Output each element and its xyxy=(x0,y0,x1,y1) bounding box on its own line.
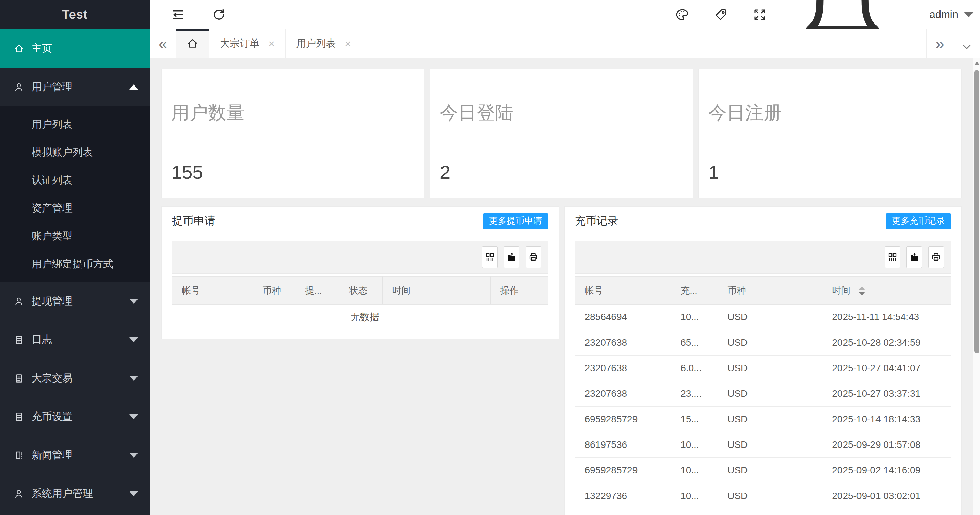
cell-currency: USD xyxy=(718,458,822,483)
tab-label: 用户列表 xyxy=(296,37,336,50)
refresh-icon[interactable] xyxy=(212,8,226,22)
table-row: 6959285729 10... USD 2025-09-02 14:16:09 xyxy=(575,458,951,483)
sidebar-subitem-bind-withdraw[interactable]: 用户绑定提币方式 xyxy=(0,250,150,278)
stat-card-today-signups: 今日注册 1 xyxy=(698,69,962,198)
col-account: 帐号 xyxy=(172,277,253,305)
sidebar-subitem-assets[interactable]: 资产管理 xyxy=(0,194,150,222)
sidebar-item-label: 系统用户管理 xyxy=(32,487,93,501)
subitem-label: 资产管理 xyxy=(32,201,73,215)
empty-row: 无数据 xyxy=(172,305,548,330)
sidebar-item-label: 主页 xyxy=(32,41,52,56)
col-status: 状态 xyxy=(339,277,383,305)
cell-currency: USD xyxy=(718,330,822,356)
print-icon xyxy=(528,252,539,262)
col-currency: 币种 xyxy=(253,277,296,305)
scrollbar-up-button[interactable] xyxy=(974,61,980,65)
tabs-scroll-left-button[interactable]: « xyxy=(150,29,176,57)
columns-filter-button[interactable] xyxy=(885,246,900,268)
more-withdraw-requests-button[interactable]: 更多提币申请 xyxy=(483,213,548,229)
sidebar-item-deposit-settings[interactable]: 充币设置 xyxy=(0,397,150,436)
export-button[interactable] xyxy=(907,246,922,268)
subitem-label: 用户列表 xyxy=(32,118,73,131)
cell-amount: 15... xyxy=(671,407,718,432)
scrollbar-thumb[interactable] xyxy=(974,70,979,353)
table-row: 23207638 65... USD 2025-10-28 02:34:59 xyxy=(575,330,951,356)
cell-amount: 10... xyxy=(671,432,718,458)
caret-down-icon xyxy=(964,11,974,18)
table-row: 13229736 10... USD 2025-09-01 03:02:01 xyxy=(575,483,951,509)
more-deposit-records-button[interactable]: 更多充币记录 xyxy=(886,213,951,229)
tab-user-list[interactable]: 用户列表 × xyxy=(286,29,362,57)
sidebar-subitem-auth-list[interactable]: 认证列表 xyxy=(0,166,150,194)
tabs-scroll-right-button[interactable]: » xyxy=(926,29,953,57)
sidebar-item-withdraw-mgmt[interactable]: 提现管理 xyxy=(0,282,150,320)
deposit-records-panel: 充币记录 更多充币记录 xyxy=(565,206,962,515)
table-row: 6959285729 15... USD 2025-10-14 18:14:33 xyxy=(575,407,951,432)
sidebar-item-block-trade[interactable]: 大宗交易 xyxy=(0,359,150,397)
cell-amount: 6.0... xyxy=(671,356,718,381)
app-brand: Test xyxy=(0,0,150,29)
sidebar-item-system-users[interactable]: 系统用户管理 xyxy=(0,475,150,513)
sidebar-item-label: 日志 xyxy=(32,333,52,347)
cell-time: 2025-11-11 14:54:43 xyxy=(822,305,951,330)
stat-card-today-logins: 今日登陆 2 xyxy=(430,69,693,198)
document-icon xyxy=(14,335,24,345)
sidebar-item-news-mgmt[interactable]: 新闻管理 xyxy=(0,436,150,475)
sidebar-subitem-user-list[interactable]: 用户列表 xyxy=(0,110,150,138)
subitem-label: 用户绑定提币方式 xyxy=(32,257,113,271)
chevron-down-icon xyxy=(961,38,972,49)
empty-text: 无数据 xyxy=(172,305,548,330)
table-header-row: 帐号 充... 币种 时间 xyxy=(575,277,951,305)
chevron-down-icon xyxy=(129,337,138,342)
tag-icon[interactable] xyxy=(714,8,728,22)
cell-amount: 10... xyxy=(671,458,718,483)
user-menu[interactable]: admin xyxy=(930,8,974,21)
col-time-sortable[interactable]: 时间 xyxy=(822,277,951,305)
palette-icon[interactable] xyxy=(675,8,689,22)
close-icon[interactable]: × xyxy=(268,38,275,49)
panel-title: 提币申请 xyxy=(172,214,215,228)
sidebar-item-home[interactable]: 主页 xyxy=(0,29,150,68)
export-button[interactable] xyxy=(504,246,519,268)
sidebar-subitem-account-types[interactable]: 账户类型 xyxy=(0,222,150,250)
tabs-menu-button[interactable] xyxy=(953,29,980,57)
sidebar-item-user-mgmt[interactable]: 用户管理 xyxy=(0,68,150,106)
cell-currency: USD xyxy=(718,483,822,509)
cell-time: 2025-09-02 14:16:09 xyxy=(822,458,951,483)
sort-icon[interactable] xyxy=(859,287,865,295)
fullscreen-icon[interactable] xyxy=(752,8,767,22)
deposit-table: 帐号 充... 币种 时间 28564694 10... xyxy=(575,276,951,509)
cell-amount: 10... xyxy=(671,483,718,509)
close-icon[interactable]: × xyxy=(344,38,351,49)
col-amount: 提... xyxy=(296,277,339,305)
cell-currency: USD xyxy=(718,407,822,432)
print-button[interactable] xyxy=(928,246,944,268)
stat-title: 今日注册 xyxy=(708,100,952,125)
vertical-scrollbar[interactable] xyxy=(973,58,980,515)
col-actions: 操作 xyxy=(490,277,548,305)
stat-title: 用户数量 xyxy=(171,100,415,125)
stat-card-user-count: 用户数量 155 xyxy=(161,69,425,198)
tab-home[interactable] xyxy=(176,29,209,57)
cell-account: 28564694 xyxy=(575,305,671,330)
cell-account: 6959285729 xyxy=(575,407,671,432)
print-button[interactable] xyxy=(526,246,541,268)
divider xyxy=(171,143,415,143)
tab-block-orders[interactable]: 大宗订单 × xyxy=(209,29,286,57)
stat-title: 今日登陆 xyxy=(440,100,683,125)
tabbar-spacer xyxy=(362,29,926,57)
cell-amount: 23.... xyxy=(671,381,718,407)
table-header-row: 帐号 币种 提... 状态 时间 操作 xyxy=(172,277,548,305)
columns-filter-button[interactable] xyxy=(482,246,498,268)
user-icon xyxy=(14,82,24,92)
sidebar-item-label: 大宗交易 xyxy=(32,371,73,385)
col-time: 时间 xyxy=(383,277,490,305)
stat-value: 2 xyxy=(440,161,683,183)
sidebar-subitem-demo-accounts[interactable]: 模拟账户列表 xyxy=(0,138,150,166)
stat-value: 1 xyxy=(708,161,952,183)
sidebar-item-logs[interactable]: 日志 xyxy=(0,320,150,359)
export-icon xyxy=(909,252,920,262)
cell-account: 6959285729 xyxy=(575,458,671,483)
collapse-menu-icon[interactable] xyxy=(171,8,185,22)
table-row: 28564694 10... USD 2025-11-11 14:54:43 xyxy=(575,305,951,330)
